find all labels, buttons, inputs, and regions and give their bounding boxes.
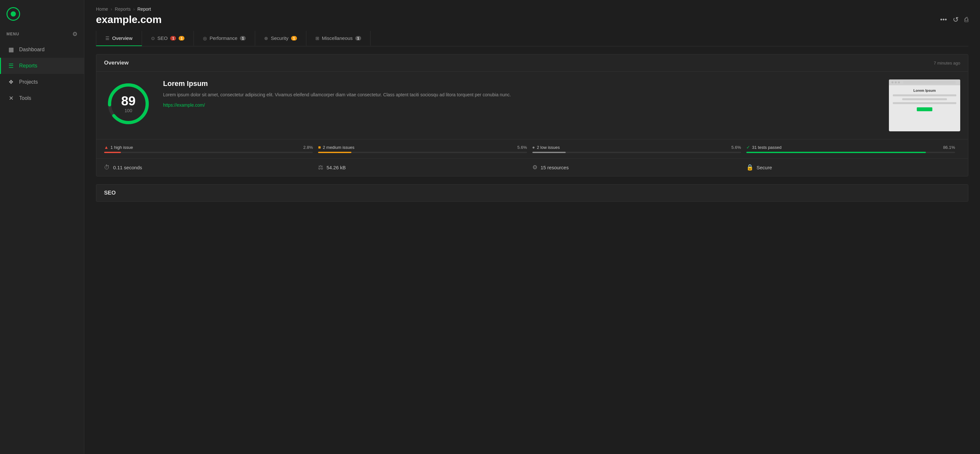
site-description: Lorem ipsum dolor sit amet, consectetur … [163, 91, 878, 98]
issue-pct-high: 2.8% [304, 145, 313, 150]
stat-icon-time: ⏱ [104, 164, 110, 171]
content-area: Overview 7 minutes ago 89 100 [84, 46, 980, 213]
thumb-dot-1 [891, 81, 893, 83]
issue-label-low: ● 2 low issues [532, 145, 560, 150]
seo-section: SEO [96, 184, 968, 202]
issue-label-passed: ✓ 31 tests passed [746, 145, 781, 150]
seo-section-header: SEO [96, 185, 968, 201]
thumb-topbar [889, 80, 960, 85]
tab-performance[interactable]: ◎ Performance 1 [194, 31, 255, 46]
issue-top-high: ▲ 1 high issue 2.8% [104, 145, 313, 150]
thumb-body: Lorem Ipsum [889, 85, 960, 131]
issues-row: ▲ 1 high issue 2.8% ■ 2 medium issues 5.… [96, 139, 968, 158]
issue-top-medium: ■ 2 medium issues 5.6% [318, 145, 527, 150]
menu-label: MENU [6, 32, 19, 36]
sidebar-item-label-projects: Projects [19, 79, 38, 85]
stat-icon-security: 🔒 [746, 164, 753, 171]
issue-high: ▲ 1 high issue 2.8% [104, 145, 318, 153]
tab-label-security: Security [271, 35, 288, 41]
stat-icon-resources: ⚙ [532, 164, 538, 171]
issue-bar-fill-passed [746, 152, 926, 153]
overview-header: Overview 7 minutes ago [96, 54, 968, 72]
issue-dot-medium: ■ [318, 145, 321, 150]
thumb-line-3 [893, 102, 956, 104]
tab-overview[interactable]: ☰ Overview [96, 31, 142, 46]
tab-badge-yellow-security: 1 [291, 36, 297, 41]
sidebar-item-reports[interactable]: ☰ Reports [0, 58, 84, 74]
tab-miscellaneous[interactable]: ⊞ Miscellaneous 1 [306, 31, 371, 46]
issue-bar-fill-low [532, 152, 566, 153]
issue-dot-passed: ✓ [746, 145, 750, 150]
page-title: example.com [96, 14, 162, 25]
issue-passed: ✓ 31 tests passed 86.1% [746, 145, 960, 153]
breadcrumb: Home › Reports › Report [96, 6, 968, 12]
print-button[interactable]: ⎙ [964, 16, 968, 23]
issue-top-passed: ✓ 31 tests passed 86.1% [746, 145, 955, 150]
issue-pct-passed: 86.1% [943, 145, 955, 150]
sidebar-item-label-reports: Reports [19, 63, 37, 69]
stat-size: ⚖ 54.26 kB [318, 164, 532, 171]
tab-icon-performance: ◎ [203, 36, 207, 41]
issue-low: ● 2 low issues 5.6% [532, 145, 746, 153]
tools-nav-icon: ✕ [8, 95, 14, 102]
preview-thumbnail: Lorem Ipsum [889, 80, 960, 131]
overview-timestamp: 7 minutes ago [934, 61, 960, 65]
breadcrumb-sep-1: › [111, 6, 112, 12]
tab-icon-seo: ⊙ [151, 36, 155, 41]
thumb-title: Lorem Ipsum [913, 89, 935, 92]
sidebar-item-dashboard[interactable]: ▦ Dashboard [0, 41, 84, 58]
tab-badge-yellow-seo: 1 [179, 36, 185, 41]
dashboard-nav-icon: ▦ [8, 46, 14, 53]
issue-bar-track-passed [746, 152, 955, 153]
issue-pct-medium: 5.6% [517, 145, 527, 150]
tab-seo[interactable]: ⊙ SEO 11 [142, 31, 194, 46]
stat-security: 🔒 Secure [746, 164, 960, 171]
tab-label-miscellaneous: Miscellaneous [322, 35, 353, 41]
main-content: Home › Reports › Report example.com ••• … [84, 0, 980, 454]
sidebar-item-tools[interactable]: ✕ Tools [0, 90, 84, 107]
thumb-cta-button [917, 107, 932, 111]
thumb-dot-3 [898, 81, 900, 83]
issue-pct-low: 5.6% [731, 145, 741, 150]
thumb-dot-2 [895, 81, 897, 83]
issue-bar-fill-high [104, 152, 121, 153]
score-gauge: 89 100 [104, 80, 153, 128]
projects-nav-icon: ❖ [8, 78, 14, 86]
tab-label-overview: Overview [112, 35, 133, 41]
issue-bar-fill-medium [318, 152, 352, 153]
reports-nav-icon: ☰ [8, 62, 14, 69]
overview-title: Overview [104, 60, 129, 66]
refresh-button[interactable]: ↺ [953, 16, 959, 24]
overview-body: 89 100 Lorem Ipsum Lorem ipsum dolor sit… [96, 72, 968, 139]
site-url[interactable]: https://example.com/ [163, 102, 205, 108]
issue-bar-track-high [104, 152, 313, 153]
sidebar-item-projects[interactable]: ❖ Projects [0, 74, 84, 90]
tab-icon-security: ⊛ [264, 36, 268, 41]
overview-info: Lorem Ipsum Lorem ipsum dolor sit amet, … [163, 80, 878, 108]
breadcrumb-home[interactable]: Home [96, 6, 108, 12]
gauge-max: 100 [121, 108, 136, 113]
settings-icon[interactable]: ⚙ [72, 30, 78, 38]
tab-badge-gray-performance: 1 [240, 36, 246, 41]
tab-icon-miscellaneous: ⊞ [315, 36, 319, 41]
breadcrumb-reports[interactable]: Reports [115, 6, 130, 12]
tab-badge-red-seo: 1 [170, 36, 176, 41]
thumb-url-bar [903, 81, 956, 84]
issue-medium: ■ 2 medium issues 5.6% [318, 145, 532, 153]
sidebar-item-label-dashboard: Dashboard [19, 47, 45, 53]
issue-dot-high: ▲ [104, 145, 108, 150]
sidebar-nav: ▦ Dashboard ☰ Reports ❖ Projects ✕ Tools [0, 41, 84, 107]
stat-value-size: 54.26 kB [326, 165, 345, 170]
logo-area [0, 0, 84, 28]
tab-security[interactable]: ⊛ Security 1 [255, 31, 306, 46]
thumb-line-2 [902, 98, 947, 100]
issue-top-low: ● 2 low issues 5.6% [532, 145, 741, 150]
sidebar: MENU ⚙ ▦ Dashboard ☰ Reports ❖ Projects … [0, 0, 84, 454]
tab-label-performance: Performance [209, 35, 237, 41]
stats-row: ⏱ 0.11 seconds ⚖ 54.26 kB ⚙ 15 resources… [96, 158, 968, 176]
menu-header: MENU ⚙ [0, 28, 84, 41]
gauge-score: 89 [121, 94, 136, 107]
more-button[interactable]: ••• [940, 16, 947, 23]
stat-resources: ⚙ 15 resources [532, 164, 746, 171]
issue-bar-track-medium [318, 152, 527, 153]
